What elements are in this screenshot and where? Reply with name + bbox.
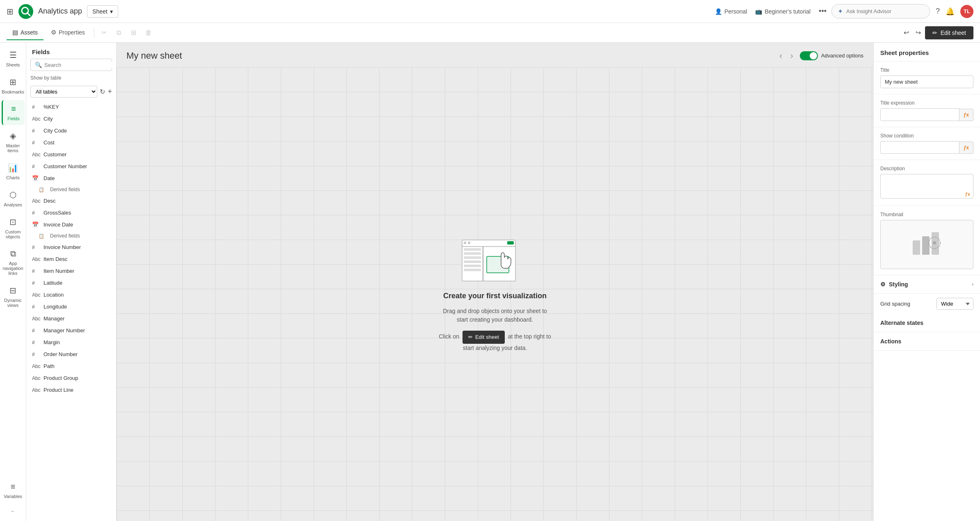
list-item[interactable]: # Cost	[26, 137, 116, 149]
cut-btn[interactable]: ✂	[98, 26, 111, 39]
list-item[interactable]: 📋 Derived fields	[26, 184, 116, 195]
properties-panel-header: Sheet properties	[874, 43, 980, 62]
list-item[interactable]: # City Code	[26, 125, 116, 137]
list-item[interactable]: 📋 Derived fields	[26, 231, 116, 241]
edit-sheet-button[interactable]: ✏ Edit sheet	[925, 26, 973, 39]
notification-icon[interactable]: 🔔	[946, 7, 955, 16]
field-name: Product Group	[44, 375, 78, 381]
prop-alternate-states-title: Alternate states	[880, 320, 923, 326]
insight-search-field[interactable]	[846, 8, 920, 14]
sidebar-item-master-items[interactable]: ◈ Master items	[2, 127, 25, 157]
nav-tutorial[interactable]: 📺 Beginner's tutorial	[755, 8, 811, 15]
tab-assets[interactable]: ▤ Assets	[7, 25, 44, 40]
fx-button-title[interactable]: ƒx	[959, 109, 973, 121]
delete-btn[interactable]: 🗑	[142, 26, 155, 39]
help-icon[interactable]: ?	[936, 7, 940, 16]
field-type-icon: #	[32, 280, 40, 286]
list-item[interactable]: Abc Product Group	[26, 372, 116, 384]
copy-btn[interactable]: ⧉	[112, 26, 126, 39]
field-name: Cost	[44, 139, 55, 146]
inline-edit-sheet-btn[interactable]: ✏ Edit sheet	[463, 331, 505, 344]
prop-alternate-states-header[interactable]: Alternate states	[874, 314, 980, 332]
list-item[interactable]: # Order Number	[26, 348, 116, 360]
list-item[interactable]: # Manager Number	[26, 324, 116, 336]
list-item[interactable]: # Customer Number	[26, 160, 116, 172]
styling-icon: ⚙	[880, 281, 886, 288]
master-items-icon: ◈	[10, 131, 16, 141]
prop-description-textarea[interactable]	[880, 174, 973, 199]
sidebar-item-analyses[interactable]: ⬡ Analyses	[2, 186, 25, 211]
list-item[interactable]: # Invoice Number	[26, 241, 116, 253]
sheet-next-btn[interactable]: ›	[789, 49, 795, 62]
top-navbar: ⊞ Analytics app Sheet ▾ 👤 Personal 📺 Beg…	[0, 0, 980, 23]
create-viz-title: Create your first visualization	[443, 292, 547, 300]
sheet-prev-btn[interactable]: ‹	[778, 49, 784, 62]
list-item[interactable]: 📅 Invoice Date	[26, 219, 116, 231]
undo-btn[interactable]: ↩	[901, 26, 911, 39]
grid-menu-icon[interactable]: ⊞	[7, 7, 14, 16]
list-item[interactable]: Abc Item Desc	[26, 253, 116, 265]
edit-icon: ✏	[932, 30, 937, 36]
advanced-options-toggle[interactable]: Advanced options	[800, 51, 863, 60]
prop-title-input[interactable]	[880, 75, 973, 88]
sidebar-item-dynamic-views[interactable]: ⊟ Dynamic views	[2, 281, 25, 312]
avatar[interactable]: TL	[960, 5, 973, 18]
prop-show-condition-input[interactable]	[880, 141, 959, 154]
list-item[interactable]: Abc Path	[26, 360, 116, 372]
sidebar-item-charts[interactable]: 📊 Charts	[2, 159, 25, 184]
prop-grid-spacing-select[interactable]: Wide Medium Narrow	[936, 298, 973, 310]
list-item[interactable]: Abc Manager	[26, 313, 116, 324]
sidebar-item-fields[interactable]: ≡ Fields	[2, 100, 25, 125]
list-item[interactable]: Abc Desc	[26, 195, 116, 207]
toggle-switch[interactable]	[800, 51, 818, 60]
field-type-icon: #	[32, 210, 40, 216]
sidebar-item-bookmarks[interactable]: ⊞ Bookmarks	[2, 73, 25, 98]
field-type-icon: 📋	[39, 187, 47, 192]
sidebar-collapse-btn[interactable]: ←	[2, 505, 25, 518]
list-item[interactable]: 📅 Date	[26, 172, 116, 184]
prop-thumbnail-area[interactable]	[880, 220, 973, 269]
prop-styling-section-header[interactable]: ⚙ Styling ›	[874, 275, 980, 294]
list-item[interactable]: Abc Location	[26, 289, 116, 301]
prop-show-condition-label: Show condition	[880, 133, 973, 139]
sidebar-item-app-nav[interactable]: ⧉ App navigation links	[2, 245, 25, 280]
dynamic-views-icon: ⊟	[9, 286, 16, 295]
prop-title-expression-input[interactable]	[880, 108, 959, 121]
fx-button-show[interactable]: ƒx	[959, 142, 973, 154]
insight-advisor-input[interactable]: ✦	[831, 4, 930, 18]
paste-btn[interactable]: ⊞	[127, 26, 140, 39]
prop-actions-header[interactable]: Actions	[874, 332, 980, 351]
field-type-icon: #	[32, 340, 40, 345]
list-item[interactable]: # GrossSales	[26, 207, 116, 219]
nav-center: 👤 Personal 📺 Beginner's tutorial •••	[715, 7, 827, 16]
list-item[interactable]: Abc Customer	[26, 149, 116, 160]
field-type-icon: #	[32, 304, 40, 310]
field-type-icon: 📋	[39, 233, 47, 239]
list-item[interactable]: Abc City	[26, 113, 116, 125]
list-item[interactable]: Abc Product Line	[26, 384, 116, 396]
svg-rect-5	[464, 242, 466, 244]
list-item[interactable]: # %KEY	[26, 101, 116, 113]
fields-table-select[interactable]: All tables	[30, 86, 97, 98]
list-item[interactable]: # Longitude	[26, 301, 116, 313]
sidebar-item-sheets[interactable]: ☰ Sheets	[2, 46, 25, 71]
refresh-icon[interactable]: ↻	[100, 88, 105, 96]
redo-btn[interactable]: ↪	[913, 26, 923, 39]
create-viz-description: Drag and drop objects onto your sheet to…	[437, 307, 552, 324]
sidebar-item-variables[interactable]: ≡ Variables	[2, 478, 25, 503]
fx-button-desc[interactable]: ƒx	[965, 192, 970, 197]
tab-properties[interactable]: ⚙ Properties	[45, 25, 91, 40]
sidebar-item-custom-objects[interactable]: ⊡ Custom objects	[2, 213, 25, 243]
sheet-dropdown[interactable]: Sheet ▾	[87, 5, 118, 18]
prop-title-expression-section: Title expression ƒx	[874, 94, 980, 127]
fields-search-input[interactable]	[44, 62, 113, 68]
list-item[interactable]: # Item Number	[26, 265, 116, 277]
add-table-icon[interactable]: +	[108, 87, 112, 96]
more-options-icon[interactable]: •••	[819, 7, 827, 16]
list-item[interactable]: # Latitude	[26, 277, 116, 289]
prop-title-label: Title	[880, 67, 973, 73]
fields-search-box[interactable]: 🔍	[30, 59, 112, 71]
list-item[interactable]: # Margin	[26, 336, 116, 348]
field-type-icon: #	[32, 164, 40, 169]
sheets-icon: ☰	[9, 50, 17, 60]
